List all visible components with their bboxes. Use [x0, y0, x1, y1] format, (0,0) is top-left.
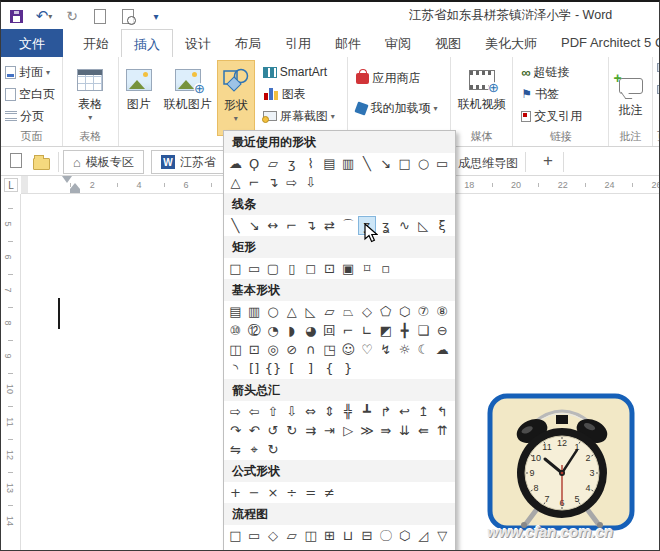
- shape-snip-same-side-corner-rectangle[interactable]: ▯: [282, 259, 301, 278]
- shape-left-arrow[interactable]: ⇦: [245, 402, 264, 421]
- shape-snip-single-corner-rectangle[interactable]: ▢: [264, 259, 283, 278]
- shape-flowchart-preparation[interactable]: ⬡: [395, 526, 414, 545]
- shape-folded-corner[interactable]: ◳: [320, 340, 339, 359]
- shape-up-down-arrow[interactable]: ⇕: [320, 402, 339, 421]
- shape-up-arrow[interactable]: ⇧: [264, 402, 283, 421]
- shape-cross[interactable]: ╋: [395, 321, 414, 340]
- customize-qat-button[interactable]: ▾: [147, 7, 165, 25]
- shape-oval[interactable]: ○: [264, 302, 283, 321]
- new-document-button[interactable]: [10, 153, 22, 172]
- shape-frame[interactable]: 回: [320, 321, 339, 340]
- undo-button[interactable]: ↶▾: [35, 7, 53, 25]
- cross-reference-button[interactable]: 交叉引用: [521, 106, 604, 126]
- shape-dodecagon[interactable]: ⑫: [245, 321, 264, 340]
- shape-quad-arrow[interactable]: ╬: [339, 402, 358, 421]
- shape-rectangle[interactable]: □: [395, 154, 414, 173]
- shape-vertical-text-box[interactable]: ▥: [339, 154, 358, 173]
- table-button[interactable]: 表格▾: [63, 60, 118, 136]
- hyperlink-button[interactable]: ∞超链接: [521, 62, 604, 82]
- shape-curve[interactable]: ∿: [395, 216, 414, 235]
- shape-smiley-face[interactable]: ☺: [339, 340, 358, 359]
- bookmark-button[interactable]: ⚑书签: [521, 84, 604, 104]
- shape-plaque[interactable]: ❏: [414, 321, 433, 340]
- shape-left-up-arrow[interactable]: ↰: [433, 402, 452, 421]
- shape-cloud[interactable]: ☁: [433, 340, 452, 359]
- shape-hexagon[interactable]: ⬡: [395, 302, 414, 321]
- shape-down-arrow[interactable]: ⇩: [282, 402, 301, 421]
- shape-snip-and-round-single-corner-rectangle[interactable]: ⊡: [320, 259, 339, 278]
- ribbon-tab-审阅[interactable]: 审阅: [373, 29, 423, 57]
- shape-flowchart-manual-operation[interactable]: ▽: [433, 526, 452, 545]
- shapes-button[interactable]: 形状▾: [217, 60, 255, 136]
- shape-right-arrow[interactable]: ⇨: [226, 402, 245, 421]
- smartart-button[interactable]: SmartArt: [263, 62, 335, 82]
- shape-flowchart-terminator[interactable]: 〇: [376, 526, 395, 545]
- save-button[interactable]: [7, 7, 25, 25]
- first-line-indent-marker[interactable]: [62, 176, 72, 183]
- screenshot-button[interactable]: 屏幕截图▾: [263, 106, 335, 126]
- shape-donut[interactable]: ◎: [264, 340, 283, 359]
- shape-curve[interactable]: ʒ: [282, 154, 301, 173]
- shape-isosceles-triangle[interactable]: △: [282, 302, 301, 321]
- blank-page-button[interactable]: 空白页: [5, 84, 58, 104]
- shape-moon[interactable]: ☾: [414, 340, 433, 359]
- shape-rectangle[interactable]: □: [226, 259, 245, 278]
- shape-multiplication[interactable]: ×: [264, 483, 283, 502]
- shape-right-triangle[interactable]: ◺: [301, 302, 320, 321]
- online-pictures-button[interactable]: ⊕ 联机图片: [159, 60, 217, 136]
- undo-dropdown-arrow[interactable]: ▾: [48, 12, 52, 21]
- shape-chord[interactable]: ◗: [282, 321, 301, 340]
- shape-u-turn-arrow[interactable]: ↩: [395, 402, 414, 421]
- ribbon-tab-视图[interactable]: 视图: [423, 29, 473, 57]
- shape-arc[interactable]: ◝: [226, 359, 245, 378]
- shape-notched-right-arrow[interactable]: ⇥: [320, 421, 339, 440]
- shape-down-arrow-callout[interactable]: ⇊: [395, 421, 414, 440]
- shape-snip-diagonal-corner-rectangle[interactable]: ◻: [301, 259, 320, 278]
- tab-document-2-fragment[interactable]: 成思维导图: [458, 155, 518, 172]
- shape-double-bracket[interactable]: []: [245, 359, 264, 378]
- shape-sun[interactable]: ☼: [395, 340, 414, 359]
- comment-button[interactable]: 批注: [609, 60, 652, 136]
- shape-double-brace[interactable]: {}: [264, 359, 283, 378]
- alarm-clock-image[interactable]: 123456789101112 www.cfan.com.cn: [487, 393, 660, 549]
- ribbon-tab-邮件[interactable]: 邮件: [323, 29, 373, 57]
- shape-left-right-up-arrow[interactable]: ┻: [358, 402, 377, 421]
- shape-pie[interactable]: ◔: [264, 321, 283, 340]
- shape-flowchart-predefined-process[interactable]: ◫: [301, 526, 320, 545]
- shape-text-box[interactable]: ▤: [226, 302, 245, 321]
- open-folder-button[interactable]: [33, 156, 50, 174]
- shape-rounded-rectangle[interactable]: ▭: [245, 259, 264, 278]
- shape-right-brace[interactable]: }: [339, 359, 358, 378]
- shape-round-same-side-corner-rectangle[interactable]: ⌑: [358, 259, 377, 278]
- shape-can[interactable]: ⊖: [433, 321, 452, 340]
- shape-elbow-arrow-connector[interactable]: ↴: [301, 216, 320, 235]
- shape-diamond[interactable]: ◇: [358, 302, 377, 321]
- shape-left-arrow-callout[interactable]: ⇚: [414, 421, 433, 440]
- shape-circular-arrow[interactable]: ↻: [264, 440, 283, 459]
- shape-arrow[interactable]: ↘: [245, 216, 264, 235]
- shape-trapezoid[interactable]: ⏢: [339, 302, 358, 321]
- ribbon-tab-文件[interactable]: 文件: [1, 29, 63, 57]
- shape-parallelogram[interactable]: ▱: [320, 302, 339, 321]
- shape-flowchart-process[interactable]: □: [226, 526, 245, 545]
- shape-elbow-connector[interactable]: ⌐: [282, 216, 301, 235]
- shape-not-equal[interactable]: ≠: [320, 483, 339, 502]
- shape-isosceles-triangle[interactable]: △: [226, 173, 245, 192]
- shape-cloud-callout[interactable]: ☁: [226, 154, 245, 173]
- shape-line[interactable]: ╲: [226, 216, 245, 235]
- ribbon-tab-PDF Architect 5 Creator[interactable]: PDF Architect 5 Creator: [549, 29, 660, 57]
- page-break-button[interactable]: 分页: [5, 106, 58, 126]
- ribbon-tab-开始[interactable]: 开始: [71, 29, 121, 57]
- shape-pentagon-arrow[interactable]: ▷: [339, 421, 358, 440]
- shape-elbow-double-arrow-connector[interactable]: ⇄: [320, 216, 339, 235]
- shape-curved-down-arrow[interactable]: ↻: [282, 421, 301, 440]
- shape-freeform[interactable]: ⌇: [301, 154, 320, 173]
- shape-oval-callout[interactable]: Ϙ: [245, 154, 264, 173]
- tab-stop-selector[interactable]: L: [4, 178, 18, 192]
- redo-button[interactable]: ↻: [63, 7, 81, 25]
- shape-flowchart-multidocument[interactable]: ⊟: [358, 526, 377, 545]
- shape-curved-right-arrow[interactable]: ↷: [226, 421, 245, 440]
- tab-template-zone[interactable]: ⌂ 模板专区: [63, 150, 144, 174]
- shape-bent-arrow[interactable]: ↱: [376, 402, 395, 421]
- shape-striped-right-arrow[interactable]: ⇉: [301, 421, 320, 440]
